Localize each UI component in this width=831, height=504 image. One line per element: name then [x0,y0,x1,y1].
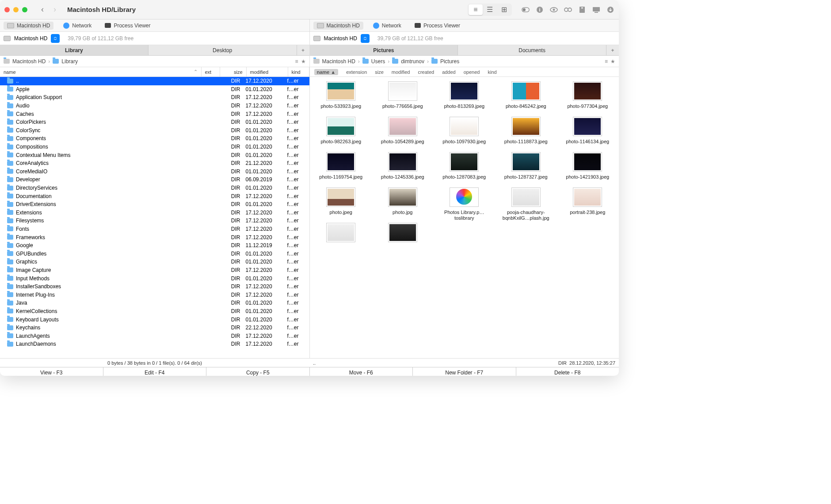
source-process[interactable]: Process Viewer [101,22,154,30]
table-row[interactable]: AudioDIR17.12.2020f…er [0,102,309,110]
table-row[interactable]: JavaDIR01.01.2020f…er [0,299,309,307]
thumb-item[interactable]: photo-845242.jpeg [496,81,556,115]
tab-documents[interactable]: Documents [458,45,606,55]
thumb-item[interactable]: photo-813269.jpeg [435,81,494,115]
source-hd[interactable]: Macintosh HD [4,22,53,30]
list-view-button[interactable]: ≡ [469,4,483,15]
back-button[interactable]: ‹ [36,5,49,14]
terminal-icon[interactable] [592,6,600,14]
table-row[interactable]: ..DIR17.12.2020f…er [0,77,309,85]
action-copy[interactable]: Copy - F5 [206,367,310,376]
columns-view-button[interactable]: ☰ [483,4,497,15]
table-row[interactable]: CoreAnalyticsDIR21.12.2020f…er [0,159,309,168]
table-row[interactable]: Contextual Menu ItemsDIR01.01.2020f…er [0,151,309,159]
table-row[interactable]: DocumentationDIR17.12.2020f…er [0,192,309,200]
tab-pictures[interactable]: Pictures [310,45,458,55]
table-row[interactable]: LaunchDaemonsDIR17.12.2020f…er [0,340,309,348]
sort-size[interactable]: size [375,69,384,75]
left-list[interactable]: ..DIR17.12.2020f…erAppleDIR01.01.2020f…e… [0,77,309,358]
col-name[interactable]: name⌃ [0,67,202,76]
table-row[interactable]: ColorSyncDIR01.01.2020f…er [0,126,309,135]
col-kind[interactable]: kind [288,67,309,76]
thumb-item[interactable]: Photos Library.p…toslibrary [435,187,494,221]
list-icon[interactable]: ≡ [295,58,298,65]
sort-created[interactable]: created [418,69,434,75]
download-icon[interactable] [606,6,614,14]
crumb-macintosh hd[interactable]: Macintosh HD [322,58,355,65]
table-row[interactable]: DirectoryServicesDIR01.01.2020f…er [0,184,309,192]
crumb-users[interactable]: Users [371,58,385,65]
source-network[interactable]: Network [370,22,405,30]
table-row[interactable]: LaunchAgentsDIR17.12.2020f…er [0,332,309,340]
action-view[interactable]: View - F3 [0,367,103,376]
table-row[interactable]: DeveloperDIR06.09.2019f…er [0,176,309,184]
table-row[interactable]: CompositionsDIR01.01.2020f…er [0,143,309,151]
table-row[interactable]: DriverExtensionsDIR01.01.2020f…er [0,200,309,209]
thumb-item[interactable]: photo-977304.jpeg [558,81,618,115]
info-icon[interactable]: i [536,6,544,14]
search-icon[interactable] [564,6,572,14]
list-icon[interactable]: ≡ [605,58,608,65]
source-process[interactable]: Process Viewer [411,22,464,30]
table-row[interactable]: Internet Plug-InsDIR17.12.2020f…er [0,290,309,299]
star-icon[interactable]: ★ [610,58,615,65]
sort-extension[interactable]: extension [346,69,367,75]
table-row[interactable]: ComponentsDIR01.01.2020f…er [0,134,309,143]
grid-view-button[interactable]: ⊞ [497,4,511,15]
table-row[interactable]: KernelCollectionsDIR01.01.2020f…er [0,307,309,316]
thumb-item[interactable]: photo-1054289.jpeg [373,117,432,150]
toggle-icon[interactable] [522,6,530,14]
forward-button[interactable]: › [49,5,61,14]
thumb-item[interactable]: pooja-chaudhary-bqnbKxilG…plash.jpg [496,187,556,221]
table-row[interactable]: Keyboard LayoutsDIR01.01.2020f…er [0,315,309,324]
sort-opened[interactable]: opened [464,69,480,75]
table-row[interactable]: Image CaptureDIR17.12.2020f…er [0,266,309,275]
icon-area[interactable]: photo-533923.jpegphoto-776656.jpegphoto-… [310,77,619,358]
thumb-item[interactable]: photo-1169754.jpeg [312,152,371,186]
table-row[interactable]: Input MethodsDIR01.01.2020f…er [0,274,309,283]
thumb-item[interactable]: portrait-238.jpeg [558,187,618,221]
table-row[interactable]: GPUBundlesDIR01.01.2020f…er [0,249,309,258]
action-edit[interactable]: Edit - F4 [103,367,207,376]
action-move[interactable]: Move - F6 [310,367,413,376]
table-row[interactable]: KeychainsDIR22.12.2020f…er [0,324,309,332]
thumb-item[interactable]: photo-1245336.jpeg [373,152,432,186]
col-ext[interactable]: ext [202,67,220,76]
table-row[interactable]: FrameworksDIR17.12.2020f…er [0,233,309,241]
thumb-item[interactable]: photo-1287083.jpeg [435,152,494,186]
table-row[interactable]: GoogleDIR11.12.2019f…er [0,241,309,250]
thumb-item[interactable]: photo.jpg [373,187,432,221]
action-delete[interactable]: Delete - F8 [516,367,619,376]
source-hd[interactable]: Macintosh HD [313,22,363,30]
thumb-item[interactable]: photo-533923.jpeg [312,81,371,115]
archive-icon[interactable] [578,6,586,14]
table-row[interactable]: GraphicsDIR01.01.2020f…er [0,258,309,266]
close-icon[interactable] [4,7,10,12]
col-mod[interactable]: modified [247,67,288,76]
drive-dropdown[interactable] [51,34,60,43]
table-row[interactable]: CachesDIR17.12.2020f…er [0,110,309,118]
sort-kind[interactable]: kind [488,69,496,75]
thumb-item[interactable]: photo-1421903.jpeg [558,152,618,186]
table-row[interactable]: ExtensionsDIR17.12.2020f…er [0,209,309,217]
sort-added[interactable]: added [442,69,456,75]
add-tab-button[interactable]: + [297,45,309,55]
thumb-item[interactable]: photo-1146134.jpeg [558,117,618,150]
crumb-library[interactable]: Library [61,58,78,65]
thumb-item[interactable]: photo-1287327.jpeg [496,152,556,186]
table-row[interactable]: CoreMediaIODIR01.01.2020f…er [0,168,309,176]
star-icon[interactable]: ★ [301,58,306,65]
thumb-item[interactable]: photo-1118873.jpeg [496,117,556,150]
table-row[interactable]: AppleDIR01.01.2020f…er [0,85,309,94]
tab-library[interactable]: Library [0,45,149,55]
thumb-item[interactable] [312,223,371,256]
action-new[interactable]: New Folder - F7 [413,367,516,376]
thumb-item[interactable]: photo.jpeg [312,187,371,221]
thumb-item[interactable]: photo-1097930.jpeg [435,117,494,150]
table-row[interactable]: FontsDIR17.12.2020f…er [0,225,309,233]
col-size[interactable]: size [220,67,247,76]
thumb-item[interactable]: photo-982263.jpeg [312,117,371,150]
crumb-macintosh hd[interactable]: Macintosh HD [12,58,46,65]
table-row[interactable]: ColorPickersDIR01.01.2020f…er [0,118,309,126]
minimize-icon[interactable] [13,7,19,12]
